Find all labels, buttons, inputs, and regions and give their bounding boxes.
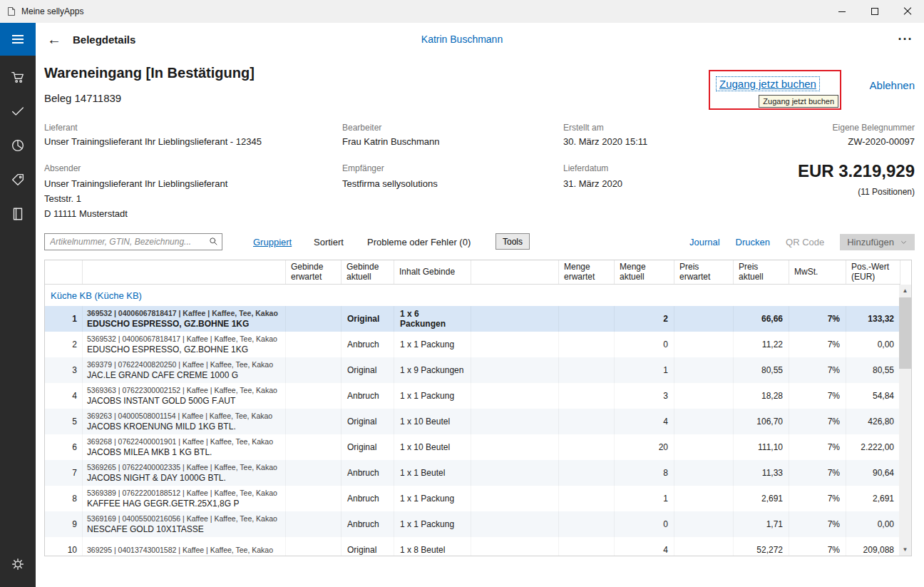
back-button[interactable]: ← (40, 23, 68, 56)
col-header-preis-aktuell: Preis aktuell (734, 260, 789, 284)
col-header-menge-aktuell: Menge aktuell (615, 260, 674, 284)
scroll-up-icon: ▲ (903, 287, 908, 294)
cell-menge-erwartet (559, 306, 615, 332)
cell-mwst: 7% (789, 460, 846, 486)
cell-menge-aktuell: 3 (615, 383, 674, 409)
article-cell: 369295 | 04013743001582 | Kaffee | Kaffe… (83, 537, 286, 556)
search-icon[interactable] (208, 236, 219, 250)
toolbar-right: Journal Drucken QR Code Hinzufügen (689, 234, 915, 250)
row-number: 5 (45, 409, 83, 434)
cell-pos-wert: 2,691 (846, 486, 900, 511)
hamburger-menu-button[interactable] (0, 23, 36, 56)
article-name: JAC.LE GRAND CAFE CREME 1000 G (87, 369, 238, 381)
article-name: JACOBS MILEA MKB 1 KG BTL. (87, 446, 212, 458)
cell-preis-aktuell: 111,10 (734, 434, 789, 460)
book-now-link[interactable]: Zugang jetzt buchen (716, 76, 820, 91)
cell-preis-erwartet (674, 537, 734, 556)
table-row[interactable]: 10 369295 | 04013743001582 | Kaffee | Ka… (45, 537, 900, 556)
total-amount: EUR 3.219,929 (798, 161, 915, 181)
scroll-down-button[interactable]: ▼ (899, 543, 911, 556)
hamburger-icon (12, 35, 24, 36)
cell-menge-aktuell: 2 (615, 306, 674, 332)
cell-mwst: 7% (789, 434, 846, 460)
minimize-button[interactable] (826, 0, 858, 23)
add-button[interactable]: Hinzufügen (840, 234, 915, 250)
group-header[interactable]: Küche KB (Küche KB) (45, 285, 900, 306)
table-row[interactable]: 6 369268 | 07622400001901 | Kaffee | Kaf… (45, 434, 900, 460)
cell-gebinde-aktuell: Anbruch (342, 511, 394, 537)
cell-gebinde-aktuell: Original (342, 537, 394, 556)
table-row[interactable]: 1 369532 | 04006067818417 | Kaffee | Kaf… (45, 306, 900, 332)
sidebar-item-cart[interactable] (0, 60, 36, 94)
article-meta: 369263 | 04000508001154 | Kaffee | Kaffe… (87, 412, 272, 421)
scrollbar-thumb[interactable] (899, 297, 911, 369)
table-row[interactable]: 9 5369169 | 04005500216056 | Kaffee | Ka… (45, 511, 900, 537)
cell-inhalt-gebinde: 1 x 1 Packung (394, 511, 471, 537)
sidebar-item-catalog[interactable] (0, 197, 36, 231)
cell-gebinde-aktuell: Anbruch (342, 383, 394, 409)
sidebar-item-statistics[interactable] (0, 128, 36, 163)
cell-mwst: 7% (789, 409, 846, 434)
filter-sorted[interactable]: Sortiert (314, 237, 344, 247)
article-name: EDUSCHO ESPRESSO, GZ.BOHNE 1KG (87, 344, 248, 355)
recipient-label: Empfänger (342, 163, 384, 173)
more-menu-button[interactable]: ··· (891, 23, 920, 56)
cell-preis-erwartet (674, 357, 734, 383)
cell-gebinde-erwartet (286, 332, 342, 357)
filter-problems[interactable]: Probleme oder Fehler (0) (367, 237, 471, 247)
article-cell: 5369389 | 07622200188512 | Kaffee | Kaff… (83, 486, 286, 511)
table-row[interactable]: 5 369263 | 04000508001154 | Kaffee | Kaf… (45, 409, 900, 434)
check-icon (10, 103, 26, 119)
cell-inhalt-gebinde: 1 x 1 Packung (394, 486, 471, 511)
table-row[interactable]: 7 5369265 | 07622400002335 | Kaffee | Ka… (45, 460, 900, 486)
cell-preis-erwartet (674, 486, 734, 511)
table-row[interactable]: 3 369379 | 07622400820250 | Kaffee | Kaf… (45, 357, 900, 383)
delivery-date-value: 31. März 2020 (563, 178, 622, 189)
window-controls (826, 0, 924, 23)
sidebar-item-promotions[interactable] (0, 163, 36, 197)
sidebar-item-tasks[interactable] (0, 94, 36, 128)
cell-menge-aktuell: 1 (615, 486, 674, 511)
scroll-up-button[interactable]: ▲ (899, 285, 911, 297)
qr-code-link[interactable]: QR Code (786, 237, 824, 247)
cell-gebinde-aktuell: Anbruch (342, 486, 394, 511)
close-button[interactable] (891, 0, 924, 23)
col-header-gebinde-erwartet: Gebinde erwartet (286, 260, 342, 284)
filter-grouped[interactable]: Gruppiert (253, 237, 292, 247)
cell-inhalt-gebinde: 1 x 1 Packung (394, 332, 471, 357)
row-number: 3 (45, 357, 83, 383)
sidebar-item-settings[interactable] (0, 547, 36, 581)
article-meta: 369532 | 04006067818417 | Kaffee | Kaffe… (87, 309, 278, 318)
cell-menge-erwartet (559, 511, 615, 537)
table-row[interactable]: 2 5369532 | 04006067818417 | Kaffee | Ka… (45, 332, 900, 357)
cell-preis-erwartet (674, 511, 734, 537)
cell-pos-wert: 209,088 (846, 537, 900, 556)
window-title: Meine sellyApps (21, 6, 83, 16)
cell-preis-aktuell: 1,71 (734, 511, 789, 537)
vertical-scrollbar[interactable]: ▲ ▼ (899, 285, 911, 556)
cell-spacer (471, 511, 559, 537)
maximize-button[interactable] (858, 0, 891, 23)
article-meta: 5369532 | 04006067818417 | Kaffee | Kaff… (87, 335, 277, 344)
document-number: Beleg 14711839 (44, 92, 121, 104)
article-meta: 5369169 | 04005500216056 | Kaffee | Kaff… (87, 514, 277, 524)
cell-gebinde-aktuell: Anbruch (342, 460, 394, 486)
journal-link[interactable]: Journal (689, 237, 720, 247)
col-header-inhalt-gebinde: Inhalt Gebinde (394, 260, 471, 284)
tools-button[interactable]: Tools (496, 233, 530, 250)
search-input[interactable] (44, 233, 222, 250)
table-body: 1 369532 | 04006067818417 | Kaffee | Kaf… (45, 306, 900, 556)
gear-icon (10, 556, 26, 572)
reject-link[interactable]: Ablehnen (870, 79, 915, 91)
print-link[interactable]: Drucken (736, 237, 770, 247)
table-row[interactable]: 8 5369389 | 07622200188512 | Kaffee | Ka… (45, 486, 900, 511)
table-row[interactable]: 4 5369363 | 07622300002152 | Kaffee | Ka… (45, 383, 900, 409)
cell-spacer (471, 460, 559, 486)
cart-icon (10, 69, 26, 85)
row-number: 1 (45, 306, 83, 332)
row-number: 2 (45, 332, 83, 357)
cell-mwst: 7% (789, 357, 846, 383)
article-meta: 369295 | 04013743001582 | Kaffee | Kaffe… (87, 546, 273, 555)
supplier-value: Unser Trainingslieferant Ihr Lieblingsli… (44, 136, 262, 147)
cell-spacer (471, 332, 559, 357)
